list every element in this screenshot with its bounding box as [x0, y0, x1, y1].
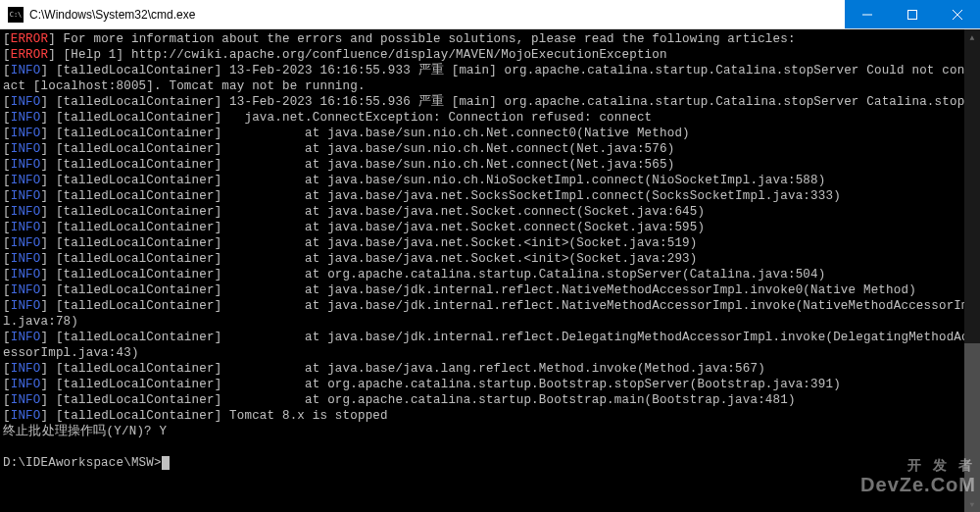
- log-line: [INFO] [talledLocalContainer] at java.ba…: [3, 188, 977, 204]
- close-button[interactable]: [935, 0, 980, 28]
- minimize-button[interactable]: [845, 0, 890, 28]
- scrollbar-thumb[interactable]: [964, 343, 980, 512]
- log-line: [INFO] [talledLocalContainer] at java.ba…: [3, 235, 977, 251]
- log-line: [ERROR] For more information about the e…: [3, 31, 977, 47]
- command-prompt[interactable]: D:\IDEAworkspace\MSW>: [3, 455, 977, 471]
- log-line: [INFO] [talledLocalContainer] java.net.C…: [3, 110, 977, 126]
- log-line: [INFO] [talledLocalContainer] at org.apa…: [3, 267, 977, 282]
- log-line: [INFO] [talledLocalContainer] at java.ba…: [3, 298, 977, 330]
- log-line: [INFO] [talledLocalContainer] at java.ba…: [3, 173, 977, 188]
- log-line: [INFO] [talledLocalContainer] at java.ba…: [3, 330, 977, 361]
- log-line: [INFO] [talledLocalContainer] at java.ba…: [3, 282, 977, 298]
- log-line: [INFO] [talledLocalContainer] at java.ba…: [3, 251, 977, 267]
- log-line: [INFO] [talledLocalContainer] at org.apa…: [3, 392, 977, 408]
- terminal-output[interactable]: [ERROR] For more information about the e…: [0, 29, 980, 512]
- log-line: [INFO] [talledLocalContainer] 13-Feb-202…: [3, 94, 977, 110]
- scroll-up-arrow[interactable]: ▲: [964, 29, 980, 45]
- log-line: [INFO] [talledLocalContainer] 13-Feb-202…: [3, 63, 977, 94]
- log-line: [INFO] [talledLocalContainer] at java.ba…: [3, 220, 977, 235]
- log-line: [INFO] [talledLocalContainer] Tomcat 8.x…: [3, 408, 977, 424]
- log-line: [INFO] [talledLocalContainer] at java.ba…: [3, 126, 977, 141]
- log-line: [INFO] [talledLocalContainer] at java.ba…: [3, 157, 977, 173]
- titlebar: C:\Windows\System32\cmd.exe: [0, 0, 980, 29]
- log-line: [ERROR] [Help 1] http://cwiki.apache.org…: [3, 47, 977, 63]
- empty-line: [3, 439, 977, 455]
- log-line: [INFO] [talledLocalContainer] at java.ba…: [3, 141, 977, 157]
- cursor: [162, 456, 170, 470]
- scrollbar[interactable]: ▲ ▼: [964, 29, 980, 512]
- batch-prompt: 终止批处理操作吗(Y/N)? Y: [3, 424, 977, 439]
- log-line: [INFO] [talledLocalContainer] at org.apa…: [3, 377, 977, 392]
- window-title: C:\Windows\System32\cmd.exe: [29, 8, 845, 22]
- log-line: [INFO] [talledLocalContainer] at java.ba…: [3, 361, 977, 377]
- scroll-down-arrow[interactable]: ▼: [964, 496, 980, 512]
- log-line: [INFO] [talledLocalContainer] at java.ba…: [3, 204, 977, 220]
- svg-rect-1: [908, 10, 917, 19]
- cmd-icon: [8, 7, 24, 23]
- maximize-button[interactable]: [890, 0, 935, 28]
